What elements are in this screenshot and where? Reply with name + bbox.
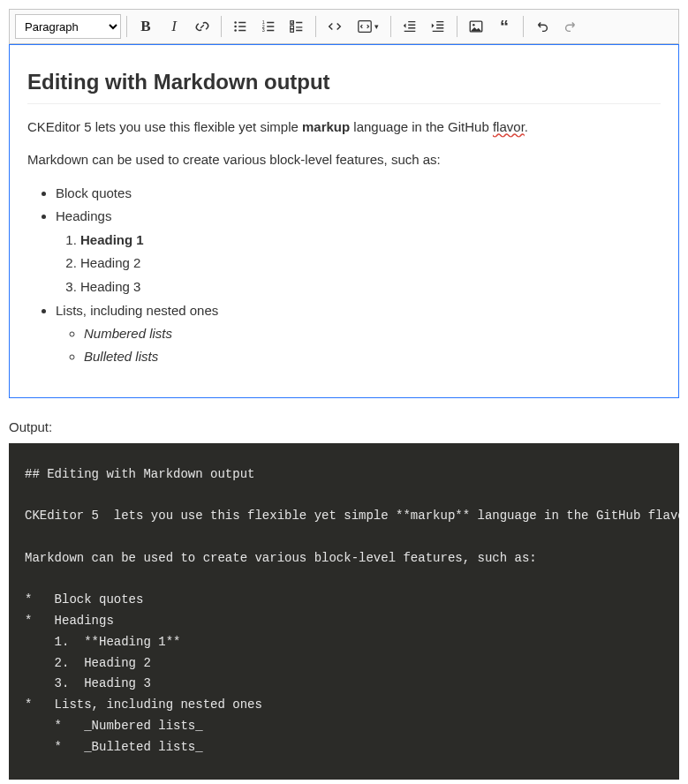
lists-sublist: Numbered lists Bulleted lists [56, 323, 661, 367]
redo-icon [563, 19, 578, 34]
bulleted-list-icon [232, 19, 248, 34]
svg-point-1 [234, 26, 237, 28]
list-item-label: Headings [56, 208, 111, 223]
code-button[interactable] [321, 13, 348, 40]
toolbar-separator [457, 16, 457, 37]
todo-list-button[interactable] [284, 13, 310, 40]
list-item: Heading 1 [80, 230, 661, 250]
paragraph-1: CKEditor 5 lets you use this flexible ye… [27, 117, 661, 137]
editor-toolbar: Paragraph B I 123 ▾ “ [9, 9, 679, 44]
chevron-down-icon: ▾ [374, 22, 379, 31]
bold-text: markup [302, 119, 350, 134]
undo-icon [534, 19, 550, 34]
list-item: Bulleted lists [84, 346, 661, 366]
svg-point-11 [473, 24, 475, 26]
outdent-button[interactable] [397, 13, 423, 40]
undo-button[interactable] [529, 13, 556, 40]
paragraph-2: Markdown can be used to create various b… [27, 149, 661, 170]
code-block-button[interactable]: ▾ [350, 13, 385, 40]
toolbar-separator [523, 16, 524, 37]
spellcheck-error: flavor [493, 119, 525, 134]
output-label: Output: [9, 419, 679, 434]
toolbar-separator [315, 16, 316, 37]
toolbar-separator [390, 16, 391, 37]
list-item: Numbered lists [84, 323, 661, 343]
heading-select[interactable]: Paragraph [15, 14, 121, 39]
code-block-icon [357, 19, 373, 34]
link-icon [194, 19, 210, 34]
list-item-label: Lists, including nested ones [56, 303, 218, 318]
italic-button[interactable]: I [161, 13, 187, 40]
list-item: Heading 3 [80, 276, 661, 297]
indent-icon [430, 19, 446, 34]
list-item: Heading 2 [80, 253, 661, 273]
outdent-icon [402, 19, 418, 34]
list-item: Headings Heading 1 Heading 2 Heading 3 [56, 206, 661, 297]
toolbar-separator [221, 16, 222, 37]
image-icon [468, 19, 484, 34]
indent-button[interactable] [425, 13, 451, 40]
editor-content-area[interactable]: Editing with Markdown output CKEditor 5 … [9, 44, 679, 398]
redo-button[interactable] [557, 13, 584, 40]
bulleted-list-button[interactable] [227, 13, 253, 40]
list-item: Lists, including nested ones Numbered li… [56, 300, 661, 367]
toolbar-separator [126, 16, 127, 37]
italic-text: Numbered lists [84, 326, 172, 341]
numbered-list-icon: 123 [261, 19, 276, 34]
bold-text: Heading 1 [80, 232, 144, 247]
headings-sublist: Heading 1 Heading 2 Heading 3 [56, 230, 661, 297]
image-button[interactable] [463, 13, 489, 40]
code-icon [327, 19, 343, 34]
text: . [525, 119, 528, 134]
list-item: Block quotes [56, 183, 661, 203]
blockquote-button[interactable]: “ [491, 13, 518, 40]
bold-button[interactable]: B [132, 13, 159, 40]
markdown-output: ## Editing with Markdown output CKEditor… [9, 443, 679, 780]
svg-rect-8 [291, 29, 294, 33]
todo-list-icon [289, 19, 305, 34]
numbered-list-button[interactable]: 123 [255, 13, 282, 40]
svg-text:3: 3 [262, 27, 265, 33]
link-button[interactable] [189, 13, 215, 40]
feature-list: Block quotes Headings Heading 1 Heading … [27, 183, 661, 367]
quote-icon: “ [500, 22, 509, 31]
document-heading: Editing with Markdown output [27, 70, 661, 104]
svg-point-2 [234, 29, 237, 32]
text: language in the GitHub [350, 119, 493, 134]
svg-point-0 [234, 21, 237, 24]
italic-text: Bulleted lists [84, 349, 158, 364]
text: CKEditor 5 lets you use this flexible ye… [27, 119, 302, 134]
